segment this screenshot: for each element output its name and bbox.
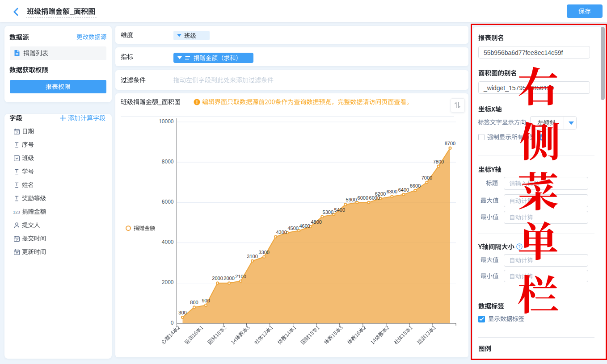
svg-text:5400: 5400	[334, 207, 345, 213]
svg-text:2000: 2000	[212, 276, 223, 281]
svg-text:4600: 4600	[299, 223, 310, 229]
svg-text:300: 300	[178, 310, 186, 315]
svg-text:900: 900	[202, 298, 210, 303]
svg-text:6000: 6000	[358, 195, 368, 201]
svg-text:5900: 5900	[346, 197, 357, 202]
svg-text:4300: 4300	[276, 230, 287, 235]
svg-text:2000: 2000	[223, 276, 234, 281]
svg-text:3300: 3300	[258, 250, 269, 255]
svg-text:7800: 7800	[433, 159, 444, 164]
svg-text:6200: 6200	[375, 191, 386, 197]
svg-text:6400: 6400	[398, 187, 409, 192]
svg-text:3100: 3100	[247, 254, 257, 259]
svg-text:6000: 6000	[162, 199, 174, 205]
svg-text:0: 0	[171, 320, 174, 326]
svg-text:4800: 4800	[311, 219, 321, 225]
svg-text:8000: 8000	[162, 159, 174, 165]
svg-text:2000: 2000	[162, 279, 174, 285]
svg-text:4000: 4000	[162, 239, 174, 245]
svg-text:10000: 10000	[159, 118, 174, 125]
svg-text:8700: 8700	[445, 141, 455, 146]
svg-text:800: 800	[190, 300, 198, 305]
svg-text:2100: 2100	[235, 274, 246, 279]
svg-text:7000: 7000	[422, 175, 432, 180]
svg-text:6600: 6600	[410, 183, 421, 188]
svg-text:6300: 6300	[387, 189, 397, 194]
svg-text:5300: 5300	[323, 209, 333, 215]
svg-text:4500: 4500	[287, 226, 298, 231]
